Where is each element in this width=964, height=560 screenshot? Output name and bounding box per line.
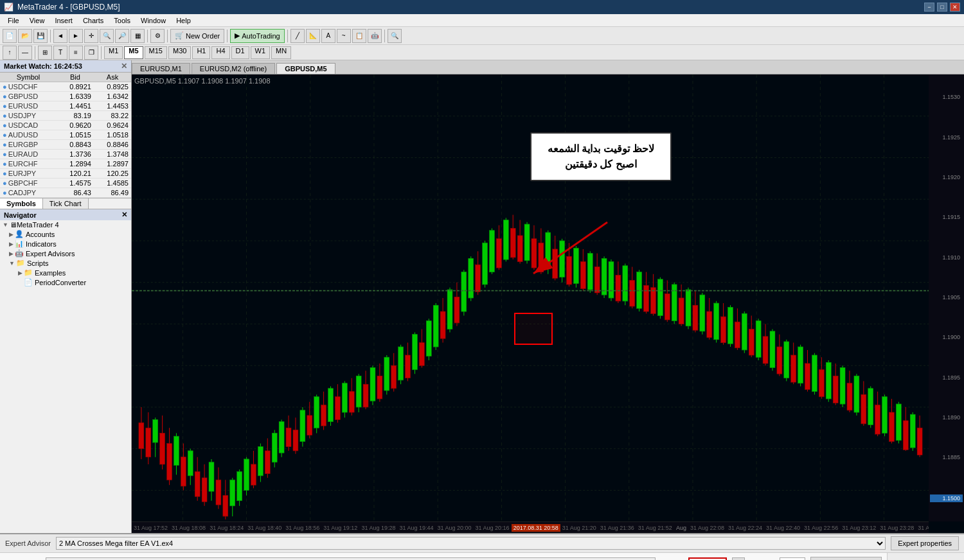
align-button[interactable]: ≡ [69, 46, 83, 60]
market-watch-row[interactable]: ●EURUSD 1.4451 1.4453 [0, 101, 131, 111]
template-button[interactable]: 📋 [352, 29, 366, 43]
text-tool-button[interactable]: T [53, 46, 67, 60]
svg-rect-59 [265, 451, 270, 474]
st-symbol-select[interactable]: GBPUSD, Great Britain Pound vs US Dollar [46, 557, 656, 560]
mw-bid: 1.0515 [57, 130, 94, 140]
maximize-button[interactable]: □ [937, 3, 947, 12]
st-period-select[interactable]: M5 [688, 557, 727, 560]
nav-icon-scripts: 📁 [16, 259, 25, 267]
ea-select[interactable]: 2 MA Crosses Mega filter EA V1.ex4 [56, 537, 886, 550]
indicators-button[interactable]: ~ [337, 29, 351, 43]
menu-tools[interactable]: Tools [109, 15, 136, 26]
st-spread-input[interactable] [780, 557, 805, 560]
line-studies-button[interactable]: ╱ [290, 29, 305, 43]
period-tools-button[interactable]: ⊞ [38, 46, 52, 60]
copy-button[interactable]: ❐ [84, 46, 98, 60]
search-button[interactable]: 🔍 [388, 29, 402, 43]
zoom-out-button[interactable]: 🔎 [115, 29, 129, 43]
mw-col-ask: Ask [94, 73, 131, 82]
market-watch-row[interactable]: ●EURCHF 1.2894 1.2897 [0, 159, 131, 169]
market-watch-row[interactable]: ●EURAUD 1.3736 1.3748 [0, 150, 131, 159]
period-h1[interactable]: H1 [192, 46, 210, 59]
menu-help[interactable]: Help [171, 15, 196, 26]
chart-tab-gbpusd-m5[interactable]: GBPUSD,M5 [276, 63, 335, 74]
chart-tab-eurusd-m2[interactable]: EURUSD,M2 (offline) [192, 63, 275, 74]
expert-button[interactable]: 🤖 [368, 29, 382, 43]
svg-rect-189 [721, 317, 726, 342]
nav-scripts[interactable]: ▼ 📁 Scripts [0, 258, 131, 268]
market-watch-row[interactable]: ●USDCHF 0.8921 0.8925 [0, 82, 131, 92]
svg-rect-73 [314, 397, 319, 428]
market-watch-row[interactable]: ●USDCAD 0.9620 0.9624 [0, 121, 131, 130]
menu-view[interactable]: View [24, 15, 50, 26]
nav-period-converter[interactable]: ▶ 📄 PeriodConverter [0, 277, 131, 287]
market-watch-row[interactable]: ●USDJPY 83.19 83.22 [0, 111, 131, 121]
annotation-arrow-svg [530, 216, 659, 293]
menu-charts[interactable]: Charts [78, 15, 109, 26]
toolbar-separator-3 [167, 30, 168, 42]
price-axis: 1.1530 1.1925 1.1920 1.1915 1.1910 1.190… [929, 74, 964, 521]
minimize-button[interactable]: − [924, 3, 934, 12]
period-w1[interactable]: W1 [251, 46, 271, 59]
nav-indicators[interactable]: ▶ 📊 Indicators [0, 239, 131, 249]
period-m30[interactable]: M30 [168, 46, 191, 59]
period-separator [35, 46, 35, 59]
close-button[interactable]: ✕ [950, 3, 960, 12]
nav-root[interactable]: ▼ 🖥 MetaTrader 4 [0, 220, 131, 229]
back-button[interactable]: ◄ [53, 29, 67, 43]
nav-arrow-examples: ▶ [18, 270, 22, 276]
st-row-symbol: Symbol: GBPUSD, Great Britain Pound vs U… [5, 557, 882, 560]
expert-properties-button[interactable]: Expert properties [891, 536, 959, 550]
market-watch-row[interactable]: ●GBPCHF 1.4575 1.4585 [0, 179, 131, 188]
svg-rect-225 [847, 383, 852, 410]
menu-file[interactable]: File [3, 15, 24, 26]
properties-button[interactable]: ⚙ [150, 29, 165, 43]
crosshair-button[interactable]: ✛ [84, 29, 98, 43]
menu-insert[interactable]: Insert [49, 15, 78, 26]
nav-expert-advisors[interactable]: ▶ 🤖 Expert Advisors [0, 249, 131, 258]
period-m15[interactable]: M15 [145, 46, 167, 59]
fibonacci-button[interactable]: 📐 [306, 29, 320, 43]
nav-examples[interactable]: ▶ 📁 Examples [0, 268, 131, 277]
svg-rect-77 [328, 389, 334, 422]
period-m1[interactable]: M1 [104, 46, 123, 59]
line-button[interactable]: — [18, 46, 32, 60]
new-chart-button[interactable]: 📄 [3, 29, 17, 43]
svg-rect-245 [917, 428, 922, 455]
period-mn[interactable]: MN [271, 46, 291, 59]
svg-rect-231 [868, 389, 873, 425]
forward-button[interactable]: ► [69, 29, 83, 43]
market-watch-row[interactable]: ●GBPUSD 1.6339 1.6342 [0, 92, 131, 101]
navigator-tree: ▼ 🖥 MetaTrader 4 ▶ 👤 Accounts ▶ 📊 Indica… [0, 220, 131, 287]
save-button[interactable]: 💾 [33, 29, 48, 43]
chart-type-button[interactable]: ▦ [130, 29, 145, 43]
st-period-btn[interactable]: ▼ [732, 557, 745, 560]
st-symbol-properties-button[interactable]: Symbol properties [810, 557, 882, 560]
time-label-2: 31 Aug 18:08 [170, 525, 208, 531]
period-h4[interactable]: H4 [211, 46, 229, 59]
chart-canvas[interactable]: GBPUSD,M5 1.1907 1.1908 1.1907 1.1908 [132, 74, 964, 533]
market-watch-close[interactable]: ✕ [121, 62, 127, 71]
cursor-button[interactable]: ↑ [3, 46, 17, 60]
market-watch-row[interactable]: ●AUDUSD 1.0515 1.0518 [0, 130, 131, 140]
price-1885: 1.1885 [930, 454, 963, 460]
text-button[interactable]: A [321, 29, 335, 43]
price-1890: 1.1890 [930, 414, 963, 421]
period-m5[interactable]: M5 [124, 46, 143, 59]
zoom-in-button[interactable]: 🔍 [100, 29, 114, 43]
autotrading-button[interactable]: ▶ AutoTrading [230, 29, 285, 43]
market-watch-row[interactable]: ●EURJPY 120.21 120.25 [0, 169, 131, 179]
menu-window[interactable]: Window [136, 15, 171, 26]
period-d1[interactable]: D1 [231, 46, 249, 59]
nav-accounts[interactable]: ▶ 👤 Accounts [0, 229, 131, 239]
chart-tab-eurusd-m1[interactable]: EURUSD,M1 [132, 63, 190, 74]
strategy-tester-panel: Expert Advisor 2 MA Crosses Mega filter … [0, 533, 964, 560]
new-order-button[interactable]: 🛒 New Order [170, 29, 224, 43]
mw-tab-tick[interactable]: Tick Chart [43, 198, 89, 209]
market-watch-row[interactable]: ●EURGBP 0.8843 0.8846 [0, 140, 131, 150]
mw-tab-symbols[interactable]: Symbols [0, 198, 43, 209]
mw-symbol: ●EURJPY [0, 169, 57, 179]
navigator-close[interactable]: ✕ [121, 211, 127, 219]
open-button[interactable]: 📂 [18, 29, 32, 43]
market-watch-row[interactable]: ●CADJPY 86.43 86.49 [0, 188, 131, 198]
